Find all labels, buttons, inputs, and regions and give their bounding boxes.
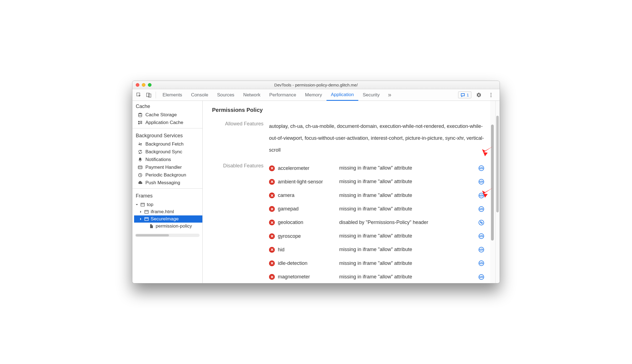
window-icon [140,202,145,207]
cache-storage-icon [137,112,143,117]
svg-rect-7 [138,121,140,122]
maximize-icon[interactable] [148,83,152,87]
background-sync-icon [137,149,143,154]
annotation-arrow-icon [480,184,496,200]
error-icon [269,179,275,185]
panel-title: Permissions Policy [212,107,489,113]
svg-point-6 [139,113,142,114]
svg-rect-12 [138,166,142,169]
sidebar-item-background-sync[interactable]: Background Sync [132,148,202,156]
push-messaging-icon [137,180,143,185]
minimize-icon[interactable] [142,83,145,87]
error-icon [269,220,275,225]
window-icon [144,217,149,221]
svg-point-5 [490,96,491,97]
sidebar-item-application-cache[interactable]: Application Cache [132,119,202,126]
error-icon [269,260,275,266]
settings-icon[interactable] [474,90,484,100]
error-icon [269,274,275,280]
issues-button[interactable]: 1 [458,91,471,98]
sidebar-section-frames: Frames [132,190,202,201]
sidebar-item-push-messaging[interactable]: Push Messaging [132,179,202,187]
feature-reason: disabled by "Permissions-Policy" header [339,219,476,226]
feature-reason: missing in iframe "allow" attribute [339,232,476,240]
disabled-feature-row: hidmissing in iframe "allow" attribute [269,244,489,256]
disabled-feature-row: idle-detectionmissing in iframe "allow" … [269,257,489,269]
disabled-feature-row: ambient-light-sensormissing in iframe "a… [269,176,489,188]
disabled-feature-row: magnetometermissing in iframe "allow" at… [269,271,489,283]
sidebar-item-background-fetch[interactable]: Background Fetch [132,140,202,148]
more-menu-icon[interactable] [486,90,496,100]
tab-network[interactable]: Network [239,89,265,101]
window-title: DevTools - permission-policy-demo.glitch… [132,83,500,87]
tab-memory[interactable]: Memory [301,89,326,101]
error-icon [269,233,275,239]
disabled-feature-row: gamepadmissing in iframe "allow" attribu… [269,203,489,215]
sidebar-item-notifications[interactable]: Notifications [132,156,202,163]
error-icon [269,192,275,198]
tab-security[interactable]: Security [358,89,384,101]
tab-elements[interactable]: Elements [158,89,187,101]
reveal-source-icon[interactable] [478,206,485,212]
feature-reason: missing in iframe "allow" attribute [339,260,476,267]
notifications-icon [137,157,143,162]
sidebar-item-periodic-backgroun[interactable]: Periodic Backgroun [132,171,202,179]
feature-reason: missing in iframe "allow" attribute [339,273,476,281]
feature-reason: missing in iframe "allow" attribute [339,205,476,213]
feature-name: hid [278,244,338,256]
error-icon [269,247,275,253]
background-fetch-icon [137,142,143,147]
reveal-source-icon[interactable] [478,246,485,253]
svg-point-3 [490,93,491,94]
feature-name: magnetometer [278,271,338,283]
disabled-feature-row: cameramissing in iframe "allow" attribut… [269,189,489,201]
application-cache-icon [137,120,143,125]
svg-rect-16 [145,218,148,221]
feature-reason: missing in iframe "allow" attribute [339,246,476,254]
feature-name: geolocation [278,217,338,228]
reveal-network-icon[interactable] [478,219,485,226]
window-scrollbar[interactable] [495,101,500,283]
tab-console[interactable]: Console [187,89,213,101]
disabled-feature-row: geolocationdisabled by "Permissions-Poli… [269,217,489,228]
reveal-source-icon[interactable] [478,260,485,267]
sidebar-item-payment-handler[interactable]: Payment Handler [132,163,202,171]
device-toggle-icon[interactable] [144,90,153,100]
window-icon [144,210,149,214]
error-icon [269,165,275,171]
tabs-overflow-button[interactable]: » [385,91,395,99]
svg-rect-15 [145,210,148,213]
svg-point-4 [490,94,491,95]
frame-iframe-html[interactable]: iframe.html [134,208,202,215]
allowed-features-value: autoplay, ch-ua, ch-ua-mobile, document-… [269,120,489,156]
payment-handler-icon [137,165,143,170]
document-icon [149,224,154,228]
feature-reason: missing in iframe "allow" attribute [339,178,476,186]
frame-top[interactable]: top [134,201,202,208]
feature-name: gamepad [278,203,338,215]
tab-application[interactable]: Application [327,89,358,101]
feature-name: idle-detection [278,257,338,269]
disabled-feature-row: accelerometermissing in iframe "allow" a… [269,162,489,174]
sidebar-item-cache-storage[interactable]: Cache Storage [132,111,202,119]
svg-rect-11 [140,123,142,124]
feature-name: ambient-light-sensor [278,176,338,188]
feature-name: gyroscope [278,230,338,242]
allowed-features-label: Allowed Features [212,120,263,127]
sidebar-horizontal-scrollbar[interactable] [135,234,200,237]
sidebar-section-cache: Cache [132,101,202,111]
inspect-element-icon[interactable] [134,90,143,100]
reveal-source-icon[interactable] [478,274,485,280]
sidebar-section-background-services: Background Services [132,130,202,140]
content-pane: Permissions Policy Allowed Features auto… [203,101,500,283]
svg-rect-14 [141,203,145,206]
annotation-arrow-icon [480,143,496,159]
close-icon[interactable] [136,83,139,87]
periodic-backgroun-icon [137,173,143,178]
reveal-source-icon[interactable] [478,165,485,172]
frame-secureimage[interactable]: SecureImage [134,215,202,223]
reveal-source-icon[interactable] [478,233,485,239]
tab-performance[interactable]: Performance [265,89,301,101]
frame-permission-policy[interactable]: permission-policy [134,223,202,230]
tab-sources[interactable]: Sources [213,89,239,101]
